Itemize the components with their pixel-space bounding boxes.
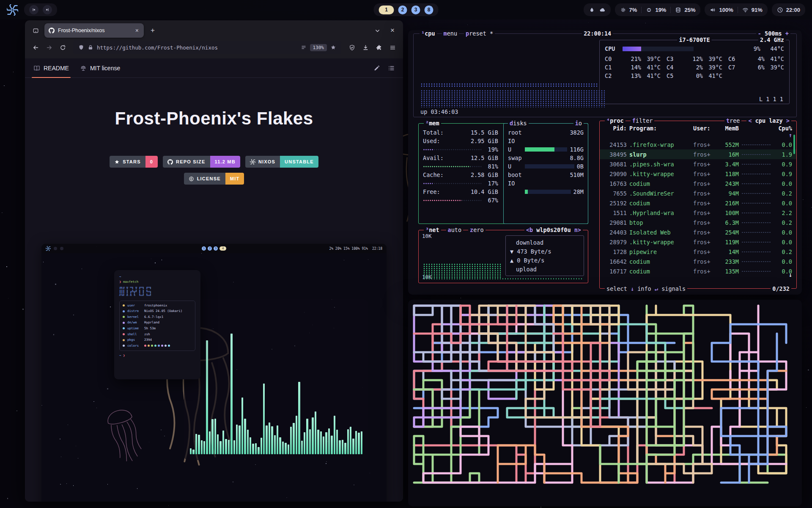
scroll-down-indicator[interactable]: ↓ (789, 271, 792, 278)
badge-row-2: LICENSEMIT (184, 173, 244, 185)
process-row-1511[interactable]: 1511.Hyprland-wrafros+100M2.2 (600, 208, 796, 218)
tab-mit-license[interactable]: MIT license (80, 58, 120, 77)
process-row-16717[interactable]: 16717codiumfros+135M0.0 (600, 266, 796, 276)
license-tab-label: MIT license (90, 65, 120, 72)
btop-refresh-control[interactable]: - 500ms + (756, 30, 790, 37)
process-row-16763[interactable]: 16763codiumfros+243M0.0 (600, 179, 796, 188)
workspace-pill-3[interactable]: 3 (411, 6, 420, 14)
workspace-pill-2[interactable]: 2 (398, 6, 407, 14)
proc-tree-button[interactable]: tree (724, 117, 742, 124)
tracking-protection-shield-icon[interactable] (78, 44, 84, 50)
lock-icon[interactable] (88, 44, 93, 50)
skip-back-icon (32, 8, 36, 12)
cpu-core-C3: C312%39°C (667, 55, 722, 63)
net-interface-switcher[interactable]: <b wlp0s20f0u n> (524, 226, 583, 233)
process-row-28979[interactable]: 28979.kitty-wrappefros+119M0.0 (600, 237, 796, 247)
fetch-row-colors: colors (123, 343, 192, 348)
forward-button[interactable] (43, 41, 55, 54)
process-row-38495[interactable]: 38495slurpfros+16M1.9 (600, 149, 796, 159)
fetch-row-pkgs: pkgs2394 (123, 337, 192, 342)
badge-stars[interactable]: STARS0 (110, 156, 158, 168)
proc-filter-button[interactable]: filter (631, 117, 655, 124)
tab-readme[interactable]: README (33, 58, 69, 77)
memory-usage-stat: 19% (646, 7, 666, 13)
bookmark-star-icon[interactable] (330, 44, 336, 50)
pipe-segment (572, 306, 786, 483)
clock-widget[interactable]: 22:00 (772, 3, 805, 16)
proc-sort-control[interactable]: < cpu lazy > (746, 117, 791, 124)
process-row-7655[interactable]: 7655.SoundWireSerfros+94M0.2 (600, 188, 796, 198)
proc-scrollbar[interactable] (793, 135, 795, 154)
droplet-icon (589, 7, 595, 13)
nix-icon (250, 159, 255, 165)
cpu-core-C1: C114%41°C (605, 63, 661, 72)
mem-meter: 81% (423, 162, 498, 171)
tab-list-button[interactable] (371, 24, 384, 37)
edit-pencil-icon[interactable] (373, 65, 380, 72)
clock-icon (777, 7, 783, 13)
io-mode-button[interactable]: io (573, 120, 584, 127)
net-auto-button[interactable]: auto (446, 226, 464, 233)
fetch-row-kernel: kernel6.6.7-lqx1 (123, 315, 192, 320)
extensions-button[interactable] (373, 41, 385, 54)
url-bar[interactable]: https://github.com/Frost-Phoenix/nixos 1… (73, 41, 341, 54)
process-row-29090[interactable]: 29090.kitty-wrappefros+118M0.9 (600, 169, 796, 179)
clock-text: 22:00 (786, 7, 800, 13)
tab-close-icon[interactable]: × (134, 27, 140, 34)
app-menu-button[interactable] (386, 41, 399, 54)
cpu-core-C0: C021%39°C (605, 55, 661, 63)
ublock-extension-button[interactable] (346, 41, 358, 54)
nixos-logo-icon[interactable] (7, 4, 18, 16)
github-favicon (49, 28, 55, 33)
downloads-button[interactable] (359, 41, 372, 54)
badge-nixos[interactable]: NIXOSUNSTABLE (245, 156, 318, 168)
zoom-level-badge[interactable]: 130% (310, 44, 327, 51)
wifi-stat[interactable]: 91% (742, 7, 763, 13)
process-row-29081[interactable]: 29081btopfros+6.3M0.2 (600, 218, 796, 227)
disk-row: 28M (508, 188, 584, 196)
net-baseline-graph (423, 278, 584, 280)
nixos-logo-small (46, 246, 51, 251)
cpu-total-row: CPU 9% 44°C (605, 44, 784, 53)
process-row-25192[interactable]: 25192codiumfros+216M0.0 (600, 198, 796, 208)
reload-button[interactable] (56, 41, 69, 54)
process-row-24403[interactable]: 24403Isolated Webfros+254M0.0 (600, 227, 796, 237)
weather-widget[interactable] (584, 3, 611, 16)
mem-row-avail: Avail:12.5 GiB (423, 154, 498, 162)
badge-repo-size[interactable]: REPO SIZE11.2 MB (163, 156, 240, 168)
workspace-switcher: 1238 (374, 3, 439, 16)
back-button[interactable] (29, 41, 42, 54)
btop-menu-button[interactable]: menu (442, 30, 459, 37)
audio-visualizer-panel (184, 299, 368, 460)
reader-view-icon[interactable] (301, 44, 307, 50)
mem-row-free: Free:10.4 GiB (423, 188, 498, 196)
firefox-view-button[interactable] (29, 24, 42, 37)
volume-stat[interactable]: 100% (710, 7, 733, 13)
media-prev-button[interactable] (29, 5, 38, 14)
process-row-16642[interactable]: 16642codiumfros+233M0.0 (600, 257, 796, 266)
workspace-pill-8[interactable]: 8 (425, 6, 433, 14)
tab-bar: Frost-Phoenix/nixos × + × (25, 20, 403, 40)
url-text: https://github.com/Frost-Phoenix/nixos (97, 44, 297, 51)
window-close-button[interactable]: × (386, 24, 399, 37)
new-tab-button[interactable]: + (146, 24, 159, 37)
badge-license[interactable]: LICENSEMIT (184, 173, 244, 185)
prompt-dir: ~ (119, 275, 121, 279)
media-next-button[interactable] (43, 5, 52, 14)
cpu-usage-stat: 7% (620, 7, 637, 13)
process-row-24153[interactable]: 24153.firefox-wrapfros+552M0.0 (600, 140, 796, 149)
star-icon (114, 159, 120, 165)
process-row-1728[interactable]: 1728pipewirefros+14M0.2 (600, 247, 796, 257)
btop-preset-button[interactable]: preset * (464, 30, 495, 37)
workspace-pill-1[interactable]: 1 (379, 6, 394, 14)
net-zero-button[interactable]: zero (468, 226, 486, 233)
nixos-ascii-art: ╔╗╔ ╦ ═╗ ╦ ╔═╗ ╔═╗ ║║║ ║ ╔╩╦╝ ║ ║ ╚═╗ ╝╚… (119, 286, 195, 298)
screenshot-statusbar: 1234 2% 20% 15% 100% 91% 22:18 (41, 244, 387, 253)
mem-meter: 17% (423, 179, 498, 188)
process-row-30681[interactable]: 30681.pipes.sh-wrafros+3.4M0.9 (600, 159, 796, 169)
disk-row: root382G (508, 128, 584, 137)
active-tab[interactable]: Frost-Phoenix/nixos × (44, 23, 144, 38)
outline-list-icon[interactable] (388, 65, 395, 72)
skip-forward-icon (45, 8, 49, 12)
pipes-terminal-window (408, 300, 802, 506)
